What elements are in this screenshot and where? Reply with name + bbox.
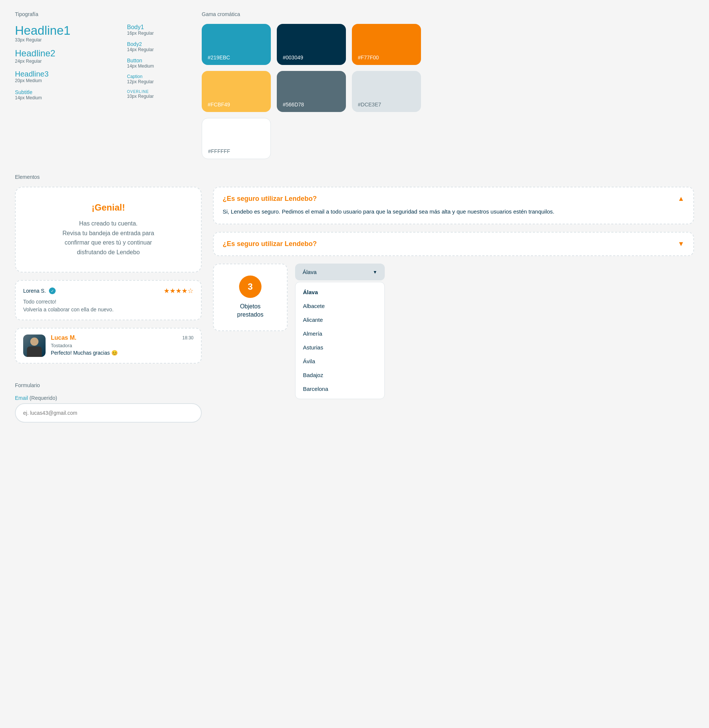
- counter-bubble: 3: [239, 276, 261, 298]
- email-label-text: Email: [15, 395, 28, 401]
- dropdown-item-albacete[interactable]: Albacete: [295, 299, 384, 313]
- avatar: [23, 335, 46, 357]
- review-text2: Volvería a colaborar con ella de nuevo.: [23, 306, 193, 314]
- swatch-ffffff: #FFFFFF: [202, 118, 271, 159]
- body1-desc: 16px Regular: [127, 31, 187, 36]
- headline1-sample: Headline1: [15, 24, 112, 37]
- swatch-label-566d78: #566D78: [283, 102, 304, 108]
- overline-desc: 10px Regular: [127, 94, 187, 99]
- message-sender: Lucas M.: [51, 335, 76, 341]
- caption-desc: 12px Regular: [127, 79, 187, 84]
- dropdown-item-almeria[interactable]: Almería: [295, 327, 384, 340]
- dropdown-item-barcelona[interactable]: Barcelona: [295, 382, 384, 396]
- form-section: Formulario Email (Requerido): [15, 382, 202, 423]
- faq-open-question: ¿Es seguro utilizar Lendebo?: [223, 195, 317, 203]
- verified-icon: ✓: [49, 287, 56, 294]
- review-card: Lorena S. ✓ ★★★★☆ Todo correcto! Volverí…: [15, 280, 202, 320]
- message-content: Lucas M. 18:30 Tostadora Perfecto! Mucha…: [51, 335, 193, 356]
- body2-desc: 14px Regular: [127, 47, 187, 52]
- dropdown-item-badajoz[interactable]: Badajoz: [295, 368, 384, 382]
- swatch-003049: #003049: [277, 24, 346, 65]
- form-section-label: Formulario: [15, 382, 202, 388]
- swatch-label-003049: #003049: [283, 55, 303, 60]
- dropdown-item-asturias[interactable]: Asturias: [295, 340, 384, 354]
- headline2-sample: Headline2: [15, 49, 112, 58]
- elementos-section: Elementos ¡Genial! Has creado tu cuenta.…: [15, 174, 694, 423]
- button-label: Button: [127, 57, 187, 63]
- faq-closed-card[interactable]: ¿Es seguro utilizar Lendebo? ▼: [213, 232, 694, 256]
- faq-closed-question: ¿Es seguro utilizar Lendebo?: [223, 240, 317, 248]
- headline3-desc: 20px Medium: [15, 78, 112, 83]
- button-desc: 14px Medium: [127, 63, 187, 69]
- success-text: Has creado tu cuenta. Revisa tu bandeja …: [34, 219, 182, 257]
- color-label: Gama cromática: [202, 11, 694, 17]
- message-item: Tostadora: [51, 343, 193, 348]
- color-section: Gama cromática #219EBC #003049 #F77F00 #…: [202, 11, 694, 159]
- message-card: Lucas M. 18:30 Tostadora Perfecto! Mucha…: [15, 328, 202, 364]
- dropdown-item-alava[interactable]: Álava: [295, 285, 384, 299]
- swatch-label-219ebc: #219EBC: [208, 55, 230, 60]
- subtitle-sample: Subtitle: [15, 89, 112, 95]
- swatch-label-fcbf49: #FCBF49: [208, 102, 230, 108]
- dropdown-container: Álava ▼ Álava Albacete Alicante Almería …: [295, 264, 385, 399]
- swatch-dce3e7: #DCE3E7: [352, 71, 421, 112]
- swatch-f77f00: #F77F00: [352, 24, 421, 65]
- dropdown-list: Álava Albacete Alicante Almería Asturias…: [295, 282, 385, 399]
- dropdown-trigger[interactable]: Álava ▼: [295, 264, 385, 280]
- swatch-219ebc: #219EBC: [202, 24, 271, 65]
- right-column: ¿Es seguro utilizar Lendebo? ▲ Si, Lende…: [213, 187, 694, 399]
- left-column: ¡Genial! Has creado tu cuenta. Revisa tu…: [15, 187, 202, 423]
- swatch-label-ffffff: #FFFFFF: [208, 148, 230, 154]
- dropdown-selected: Álava: [303, 269, 317, 275]
- reviewer-info: Lorena S. ✓: [23, 287, 56, 294]
- headline1-desc: 33px Regular: [15, 37, 112, 43]
- headline3-sample: Headline3: [15, 70, 112, 78]
- dropdown-arrow-icon: ▼: [373, 270, 377, 275]
- email-input[interactable]: [15, 403, 202, 423]
- subtitle-desc: 14px Medium: [15, 95, 112, 100]
- typography-label: Tipografía: [15, 11, 187, 17]
- success-title: ¡Genial!: [34, 202, 182, 213]
- color-swatches-grid: #219EBC #003049 #F77F00 #FCBF49 #566D78 …: [202, 24, 694, 159]
- success-card: ¡Genial! Has creado tu cuenta. Revisa tu…: [15, 187, 202, 273]
- faq-open-header: ¿Es seguro utilizar Lendebo? ▲: [223, 195, 684, 203]
- faq-open-card[interactable]: ¿Es seguro utilizar Lendebo? ▲ Si, Lende…: [213, 187, 694, 224]
- counter-card: 3 Objetosprestados: [213, 264, 288, 331]
- message-time: 18:30: [182, 335, 193, 340]
- swatch-fcbf49: #FCBF49: [202, 71, 271, 112]
- message-header: Lucas M. 18:30: [51, 335, 193, 341]
- faq-open-answer: Si, Lendebo es seguro. Pedimos el email …: [223, 207, 684, 216]
- swatch-label-dce3e7: #DCE3E7: [358, 102, 381, 108]
- body1-label: Body1: [127, 24, 187, 31]
- required-text: (Requerido): [30, 395, 57, 401]
- star-rating: ★★★★☆: [164, 287, 193, 295]
- dropdown-item-avila[interactable]: Ávila: [295, 354, 384, 368]
- elementos-label: Elementos: [15, 174, 694, 180]
- review-header: Lorena S. ✓ ★★★★☆: [23, 287, 193, 295]
- message-text: Perfecto! Muchas gracias 😊: [51, 350, 193, 356]
- headline2-desc: 24px Regular: [15, 59, 112, 64]
- review-text1: Todo correcto!: [23, 298, 193, 306]
- faq-open-chevron: ▲: [678, 195, 684, 203]
- form-email-label: Email (Requerido): [15, 395, 202, 401]
- dropdown-item-alicante[interactable]: Alicante: [295, 313, 384, 327]
- faq-closed-chevron: ▼: [678, 240, 684, 248]
- reviewer-name: Lorena S.: [23, 288, 46, 294]
- overline-label: Overline: [127, 90, 187, 94]
- swatch-566d78: #566D78: [277, 71, 346, 112]
- counter-label: Objetosprestados: [221, 302, 279, 319]
- typography-section: Tipografía Headline1 33px Regular Headli…: [15, 11, 187, 159]
- body2-label: Body2: [127, 41, 187, 47]
- caption-label: Caption: [127, 74, 187, 79]
- swatch-label-f77f00: #F77F00: [358, 55, 379, 60]
